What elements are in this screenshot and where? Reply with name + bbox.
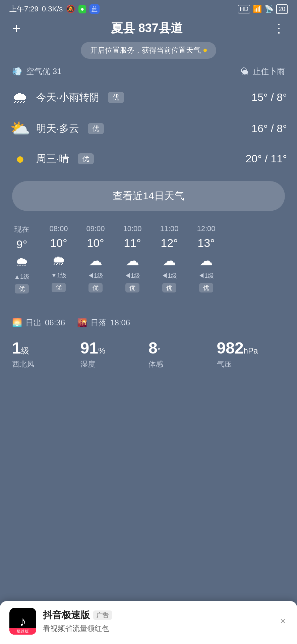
hourly-temp-1: 10° — [50, 236, 67, 250]
location-dot-icon — [203, 49, 207, 52]
forecast-temp-wed: 20° / 11° — [246, 153, 287, 165]
hourly-wind-1: ▼1级 — [51, 271, 66, 279]
sunrise-item: 🌅 日出 06:36 — [12, 317, 65, 328]
forecast-left-wed: ● 周三·晴 优 — [10, 150, 94, 167]
forecast-temp-today: 15° / 8° — [251, 91, 287, 104]
stat-pressure: 982hPa 气压 — [217, 335, 285, 373]
hourly-item-0800: 08:00 10° 🌧 ▼1级 优 — [40, 224, 77, 293]
forecast-label-wed: 周三·晴 — [36, 152, 69, 166]
air-quality-right: 🌦 止住卜雨 — [241, 66, 285, 77]
hourly-cloud-3: ☁ — [126, 253, 139, 268]
hourly-air-5: 优 — [199, 283, 213, 292]
stat-wind-value: 1级 — [12, 339, 29, 357]
forecast-row-today[interactable]: 🌧 今天·小雨转阴 优 15° / 8° — [10, 82, 287, 113]
btn-14day[interactable]: 查看近14日天气 — [12, 181, 285, 211]
ad-close-button[interactable]: × — [278, 614, 288, 629]
forecast-temp-tomorrow: 16° / 8° — [251, 122, 287, 135]
forecast-section: 🌧 今天·小雨转阴 优 15° / 8° ⛅ 明天·多云 优 16° / 8° … — [0, 82, 297, 173]
hourly-item-1200: 12:00 13° ☁ ◀1级 优 — [188, 224, 225, 293]
air-quality-row: 💨 空气优 31 🌦 止住卜雨 — [0, 65, 297, 82]
ad-text: 抖音极速版 广告 看视频省流量领红包 — [43, 609, 272, 634]
sunrise-label: 日出 — [25, 317, 42, 328]
hourly-air-0: 优 — [15, 284, 29, 293]
sunset-label: 日落 — [91, 317, 107, 328]
sunset-icon: 🌇 — [77, 318, 87, 327]
forecast-icon-wed: ● — [10, 150, 30, 167]
hourly-wind-0: ▲1级 — [14, 273, 29, 281]
hourly-cloud-2: ☁ — [89, 253, 102, 268]
hd-label: HD — [238, 5, 250, 13]
location-banner-text: 开启位置服务，获得当前位置天气 — [90, 45, 201, 55]
location-banner[interactable]: 开启位置服务，获得当前位置天气 — [81, 42, 216, 59]
hourly-track: 现在 9° 🌧 ▲1级 优 08:00 10° 🌧 ▼1级 优 09:00 10… — [0, 221, 297, 299]
hourly-wind-4: ◀1级 — [162, 272, 177, 280]
quality-badge-tomorrow: 优 — [88, 123, 104, 134]
hourly-time-0: 现在 — [14, 224, 29, 234]
status-left: 上午7:29 0.3K/s 🔕 ● 蓝 — [9, 4, 100, 14]
hourly-air-2: 优 — [88, 283, 103, 292]
status-time: 上午7:29 — [9, 4, 39, 14]
sun-info-row: 🌅 日出 06:36 🌇 日落 18:06 — [0, 317, 297, 335]
signal-icon: 📶 — [253, 5, 262, 13]
hourly-time-5: 12:00 — [197, 224, 215, 233]
hourly-time-3: 10:00 — [123, 224, 141, 233]
hourly-temp-0: 9° — [16, 238, 27, 251]
hourly-item-1000: 10:00 11° ☁ ◀1级 优 — [114, 224, 151, 293]
hourly-cloud-4: ☁ — [163, 253, 176, 268]
hourly-temp-3: 11° — [124, 236, 141, 250]
hourly-cloud-1: 🌧 — [52, 253, 65, 268]
hourly-item-1100: 11:00 12° ☁ ◀1级 优 — [151, 224, 188, 293]
hourly-item-0900: 09:00 10° ☁ ◀1级 优 — [77, 224, 114, 293]
stat-humidity: 91% 湿度 — [80, 335, 149, 373]
hourly-wind-2: ◀1级 — [88, 272, 103, 280]
ad-title-row: 抖音极速版 广告 — [43, 609, 272, 622]
stats-grid: 1级 西北风 91% 湿度 8° 体感 982hPa 气压 — [0, 335, 297, 373]
stat-wind-label: 西北风 — [12, 359, 34, 369]
sunset-time: 18:06 — [110, 318, 130, 327]
app-icon-blue: 蓝 — [90, 4, 100, 14]
hourly-temp-5: 13° — [197, 236, 215, 250]
more-options-button[interactable]: ⋮ — [273, 21, 285, 36]
hourly-time-1: 08:00 — [49, 224, 68, 233]
add-location-button[interactable]: + — [12, 21, 21, 36]
tiktok-note-icon: ♪ — [19, 614, 26, 629]
stat-feelslike-label: 体感 — [148, 359, 163, 369]
ad-banner[interactable]: ♪ 极速版 抖音极速版 广告 看视频省流量领红包 × — [0, 601, 297, 644]
air-quality-left: 💨 空气优 31 — [12, 66, 61, 77]
hourly-wind-5: ◀1级 — [198, 272, 214, 280]
stat-pressure-value: 982hPa — [217, 339, 258, 357]
air-quality-text: 空气优 31 — [26, 66, 61, 77]
forecast-label-tomorrow: 明天·多云 — [36, 122, 79, 136]
hourly-wind-3: ◀1级 — [125, 272, 140, 280]
forecast-left-today: 🌧 今天·小雨转阴 优 — [10, 88, 124, 107]
network-speed: 0.3K/s — [42, 5, 63, 13]
hourly-cloud-0: 🌧 — [15, 254, 28, 269]
hourly-air-1: 优 — [52, 283, 66, 292]
status-bar: 上午7:29 0.3K/s 🔕 ● 蓝 HD 📶 📡 20 — [0, 0, 297, 17]
wifi-icon: 📡 — [264, 5, 274, 13]
stat-pressure-label: 气压 — [217, 359, 232, 369]
quality-badge-wed: 优 — [78, 153, 94, 164]
ad-subtitle: 看视频省流量领红包 — [43, 624, 272, 634]
hourly-time-2: 09:00 — [86, 224, 105, 233]
hourly-time-4: 11:00 — [160, 224, 178, 233]
sunset-item: 🌇 日落 18:06 — [77, 317, 130, 328]
forecast-left-tomorrow: ⛅ 明天·多云 优 — [10, 119, 104, 138]
bell-icon: 🔕 — [66, 5, 75, 13]
quality-badge-today: 优 — [108, 92, 124, 103]
page-title: 夏县 837县道 — [111, 20, 183, 37]
rain-stop-icon: 🌦 — [241, 67, 249, 76]
hourly-temp-4: 12° — [161, 236, 178, 250]
forecast-row-tomorrow[interactable]: ⛅ 明天·多云 优 16° / 8° — [10, 113, 287, 144]
forecast-row-wed[interactable]: ● 周三·晴 优 20° / 11° — [10, 144, 287, 173]
wind-icon: 💨 — [12, 67, 22, 76]
hourly-item-now: 现在 9° 🌧 ▲1级 优 — [3, 224, 40, 293]
hourly-section: 现在 9° 🌧 ▲1级 优 08:00 10° 🌧 ▼1级 优 09:00 10… — [0, 221, 297, 306]
sunrise-icon: 🌅 — [12, 318, 22, 327]
rain-stop-text: 止住卜雨 — [253, 66, 285, 77]
hourly-cloud-5: ☁ — [199, 253, 213, 268]
ad-app-name: 抖音极速版 — [43, 609, 90, 622]
status-right: HD 📶 📡 20 — [238, 4, 288, 14]
ad-tag: 广告 — [93, 610, 112, 620]
divider — [12, 309, 285, 309]
